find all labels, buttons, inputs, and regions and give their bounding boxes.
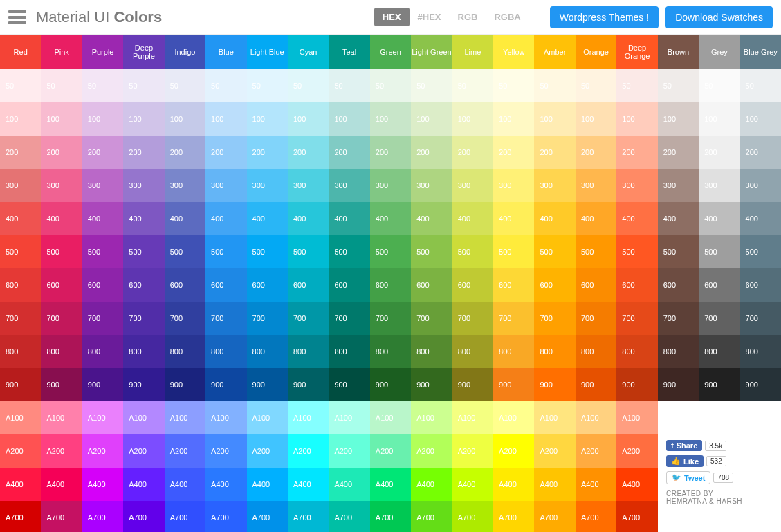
swatch-amber-A200[interactable]: A200 xyxy=(534,434,575,468)
swatch-pink-700[interactable]: 700 xyxy=(41,302,82,335)
swatch-pink-400[interactable]: 400 xyxy=(41,202,82,235)
format-tab-hashhex[interactable]: #HEX xyxy=(410,8,450,26)
swatch-light-green-600[interactable]: 600 xyxy=(411,268,452,302)
swatch-blue-grey-800[interactable]: 800 xyxy=(740,335,781,368)
swatch-light-blue-A100[interactable]: A100 xyxy=(247,401,288,434)
swatch-blue-A100[interactable]: A100 xyxy=(205,401,246,434)
download-swatches-button[interactable]: Download Swatches xyxy=(665,6,773,28)
swatch-light-blue-600[interactable]: 600 xyxy=(247,268,288,302)
swatch-deep-orange-600[interactable]: 600 xyxy=(616,268,657,302)
swatch-deep-orange-700[interactable]: 700 xyxy=(616,302,657,335)
swatch-light-blue-800[interactable]: 800 xyxy=(247,335,288,368)
swatch-deep-orange-A700[interactable]: A700 xyxy=(616,501,657,532)
swatch-red-900[interactable]: 900 xyxy=(0,368,41,401)
swatch-red-A400[interactable]: A400 xyxy=(0,468,41,501)
swatch-indigo-A400[interactable]: A400 xyxy=(165,468,205,501)
swatch-red-300[interactable]: 300 xyxy=(0,169,41,202)
swatch-pink-A100[interactable]: A100 xyxy=(41,401,82,434)
swatch-red-A700[interactable]: A700 xyxy=(0,501,41,532)
swatch-amber-900[interactable]: 900 xyxy=(534,368,575,401)
color-header-pink[interactable]: Pink xyxy=(41,35,82,69)
swatch-pink-300[interactable]: 300 xyxy=(41,169,82,202)
swatch-deep-orange-100[interactable]: 100 xyxy=(616,102,657,136)
swatch-pink-600[interactable]: 600 xyxy=(41,268,82,302)
swatch-deep-orange-300[interactable]: 300 xyxy=(616,169,657,202)
swatch-deep-purple-A700[interactable]: A700 xyxy=(123,501,164,532)
swatch-light-blue-200[interactable]: 200 xyxy=(247,136,288,169)
color-header-orange[interactable]: Orange xyxy=(576,35,616,69)
color-header-teal[interactable]: Teal xyxy=(329,35,369,69)
swatch-yellow-700[interactable]: 700 xyxy=(493,302,534,335)
swatch-brown-800[interactable]: 800 xyxy=(658,335,699,368)
swatch-blue-100[interactable]: 100 xyxy=(205,102,246,136)
format-tab-rgb[interactable]: RGB xyxy=(450,8,486,26)
swatch-deep-orange-800[interactable]: 800 xyxy=(616,335,657,368)
swatch-blue-grey-900[interactable]: 900 xyxy=(740,368,781,401)
swatch-light-blue-400[interactable]: 400 xyxy=(247,202,288,235)
swatch-cyan-900[interactable]: 900 xyxy=(288,368,329,401)
swatch-light-blue-100[interactable]: 100 xyxy=(247,102,288,136)
swatch-deep-purple-500[interactable]: 500 xyxy=(123,235,164,268)
swatch-deep-orange-50[interactable]: 50 xyxy=(616,69,657,102)
swatch-cyan-A100[interactable]: A100 xyxy=(288,401,329,434)
swatch-purple-300[interactable]: 300 xyxy=(82,169,123,202)
swatch-light-green-A100[interactable]: A100 xyxy=(411,401,452,434)
swatch-indigo-900[interactable]: 900 xyxy=(165,368,205,401)
swatch-orange-A400[interactable]: A400 xyxy=(576,468,616,501)
swatch-indigo-100[interactable]: 100 xyxy=(165,102,205,136)
swatch-green-900[interactable]: 900 xyxy=(370,368,411,401)
color-header-yellow[interactable]: Yellow xyxy=(493,35,534,69)
swatch-deep-purple-700[interactable]: 700 xyxy=(123,302,164,335)
swatch-grey-700[interactable]: 700 xyxy=(699,302,739,335)
swatch-red-A100[interactable]: A100 xyxy=(0,401,41,434)
color-header-cyan[interactable]: Cyan xyxy=(288,35,329,69)
swatch-blue-50[interactable]: 50 xyxy=(205,69,246,102)
swatch-green-600[interactable]: 600 xyxy=(370,268,411,302)
tweet-button[interactable]: 🐦 Tweet xyxy=(666,471,710,484)
swatch-deep-orange-900[interactable]: 900 xyxy=(616,368,657,401)
swatch-orange-50[interactable]: 50 xyxy=(576,69,616,102)
swatch-yellow-A200[interactable]: A200 xyxy=(493,434,534,468)
swatch-light-green-900[interactable]: 900 xyxy=(411,368,452,401)
swatch-purple-700[interactable]: 700 xyxy=(82,302,123,335)
swatch-deep-purple-800[interactable]: 800 xyxy=(123,335,164,368)
swatch-brown-50[interactable]: 50 xyxy=(658,69,699,102)
swatch-light-green-100[interactable]: 100 xyxy=(411,102,452,136)
swatch-deep-purple-400[interactable]: 400 xyxy=(123,202,164,235)
swatch-deep-orange-500[interactable]: 500 xyxy=(616,235,657,268)
swatch-blue-grey-700[interactable]: 700 xyxy=(740,302,781,335)
swatch-deep-purple-A200[interactable]: A200 xyxy=(123,434,164,468)
swatch-teal-800[interactable]: 800 xyxy=(329,335,369,368)
swatch-light-green-A700[interactable]: A700 xyxy=(411,501,452,532)
swatch-yellow-400[interactable]: 400 xyxy=(493,202,534,235)
swatch-indigo-400[interactable]: 400 xyxy=(165,202,205,235)
swatch-deep-orange-A100[interactable]: A100 xyxy=(616,401,657,434)
swatch-grey-400[interactable]: 400 xyxy=(699,202,739,235)
swatch-orange-400[interactable]: 400 xyxy=(576,202,616,235)
swatch-light-blue-A700[interactable]: A700 xyxy=(247,501,288,532)
swatch-teal-600[interactable]: 600 xyxy=(329,268,369,302)
swatch-indigo-300[interactable]: 300 xyxy=(165,169,205,202)
swatch-teal-200[interactable]: 200 xyxy=(329,136,369,169)
fb-share[interactable]: f Share 3.5k xyxy=(666,440,773,451)
swatch-green-A200[interactable]: A200 xyxy=(370,434,411,468)
swatch-blue-grey-50[interactable]: 50 xyxy=(740,69,781,102)
swatch-grey-500[interactable]: 500 xyxy=(699,235,739,268)
color-header-indigo[interactable]: Indigo xyxy=(165,35,205,69)
swatch-amber-700[interactable]: 700 xyxy=(534,302,575,335)
swatch-purple-500[interactable]: 500 xyxy=(82,235,123,268)
swatch-light-green-400[interactable]: 400 xyxy=(411,202,452,235)
swatch-indigo-200[interactable]: 200 xyxy=(165,136,205,169)
swatch-amber-A400[interactable]: A400 xyxy=(534,468,575,501)
swatch-indigo-50[interactable]: 50 xyxy=(165,69,205,102)
swatch-amber-500[interactable]: 500 xyxy=(534,235,575,268)
fb-like-button[interactable]: 👍 Like xyxy=(666,455,704,467)
swatch-blue-grey-400[interactable]: 400 xyxy=(740,202,781,235)
swatch-purple-A200[interactable]: A200 xyxy=(82,434,123,468)
swatch-green-400[interactable]: 400 xyxy=(370,202,411,235)
swatch-cyan-500[interactable]: 500 xyxy=(288,235,329,268)
swatch-red-200[interactable]: 200 xyxy=(0,136,41,169)
swatch-light-blue-A400[interactable]: A400 xyxy=(247,468,288,501)
swatch-light-blue-500[interactable]: 500 xyxy=(247,235,288,268)
swatch-purple-A700[interactable]: A700 xyxy=(82,501,123,532)
